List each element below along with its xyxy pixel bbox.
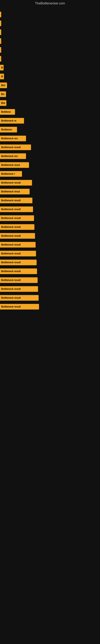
bar-row: Bottleneck result bbox=[0, 250, 100, 257]
bar-row: Bo bbox=[0, 90, 100, 98]
bottleneck-bar bbox=[0, 20, 1, 26]
bar-label: Bottleneck result bbox=[1, 261, 21, 264]
bottleneck-bar: Bottleneck res bbox=[0, 153, 26, 159]
bar-row bbox=[0, 28, 100, 36]
bar-label: Bottleneck res bbox=[1, 137, 18, 140]
bar-row: Bottlenec bbox=[0, 126, 100, 133]
bar-label: Bottleneck resul bbox=[1, 190, 20, 193]
bar-row: Bottleneck result bbox=[0, 268, 100, 275]
bar-row: Bottleneck res bbox=[0, 152, 100, 160]
bar-label: Bottleneck re bbox=[1, 119, 16, 122]
bottleneck-bar: Bottleneck r bbox=[0, 171, 22, 177]
bar-label: Bottleneck result bbox=[1, 208, 21, 211]
bar-row: Bottleneck result bbox=[0, 224, 100, 231]
bar-row: B bbox=[0, 64, 100, 71]
bottleneck-bar: B bbox=[0, 65, 3, 70]
bottleneck-bar: Bottleneck result bbox=[0, 251, 36, 256]
bar-row: Bottleneck result bbox=[0, 232, 100, 240]
bottleneck-bar bbox=[0, 38, 1, 44]
site-title: TheBottlenecker.com bbox=[0, 0, 100, 7]
bar-row: Bottleneck resul bbox=[0, 188, 100, 195]
bar-row bbox=[0, 46, 100, 54]
bar-label: B bbox=[1, 66, 3, 69]
bottleneck-bar: Bot bbox=[0, 82, 7, 88]
bar-label: Bottleneck result bbox=[1, 296, 21, 299]
bar-row bbox=[0, 11, 100, 18]
bottleneck-bar: Bo bbox=[0, 91, 6, 97]
bottleneck-bar bbox=[0, 12, 1, 17]
bottleneck-bar bbox=[0, 56, 1, 62]
bars-container: BBBotBoBotBottleneBottleneck reBottlenec… bbox=[0, 7, 100, 312]
bottleneck-bar: Bottleneck resul bbox=[0, 162, 29, 168]
site-title-text: TheBottlenecker.com bbox=[35, 2, 65, 5]
bottleneck-bar: B bbox=[0, 74, 4, 79]
bar-row bbox=[0, 55, 100, 62]
bar-row: Bottleneck result bbox=[0, 144, 100, 151]
bottleneck-bar: Bottleneck result bbox=[0, 206, 33, 212]
bar-row: Bottleneck result bbox=[0, 179, 100, 186]
bottleneck-bar: Bottleneck result bbox=[0, 242, 36, 248]
bar-label: B bbox=[1, 75, 3, 78]
bar-row: Bot bbox=[0, 100, 100, 107]
bar-label: Bottleneck result bbox=[1, 217, 21, 220]
bottleneck-bar: Bottleneck result bbox=[0, 286, 38, 292]
bar-label: Bottleneck result bbox=[1, 305, 21, 308]
bar-row: Bottlene bbox=[0, 108, 100, 116]
bar-row: Bottleneck result bbox=[0, 206, 100, 213]
bottleneck-bar: Bottleneck result bbox=[0, 304, 39, 310]
bottleneck-bar: Bottleneck result bbox=[0, 233, 35, 239]
bottleneck-bar: Bottleneck result bbox=[0, 224, 34, 230]
bottleneck-bar: Bottleneck result bbox=[0, 180, 32, 186]
bottleneck-bar: Bottleneck resul bbox=[0, 189, 30, 194]
bar-row: Bottleneck result bbox=[0, 259, 100, 266]
bar-row: Bottleneck result bbox=[0, 241, 100, 248]
bar-row: Bottleneck result bbox=[0, 294, 100, 302]
bottleneck-bar: Bottleneck result bbox=[0, 215, 34, 221]
bar-label: Bottleneck result bbox=[1, 288, 21, 290]
bar-label: Bottleneck res bbox=[1, 155, 18, 158]
bar-row: Bottleneck res bbox=[0, 135, 100, 142]
bottleneck-bar: Bottleneck result bbox=[0, 295, 39, 301]
bar-row: Bottleneck result bbox=[0, 285, 100, 292]
bar-row: Bottleneck result bbox=[0, 303, 100, 310]
bottleneck-bar: Bottleneck re bbox=[0, 118, 24, 124]
bar-label: Bot bbox=[1, 102, 5, 104]
bar-row bbox=[0, 38, 100, 45]
bottleneck-bar: Bottleneck result bbox=[0, 277, 38, 283]
bottleneck-bar: Bottleneck result bbox=[0, 268, 37, 274]
bar-label: Bottleneck result bbox=[1, 279, 21, 282]
bar-row: Bottleneck result bbox=[0, 276, 100, 284]
bar-label: Bottleneck result bbox=[1, 146, 21, 149]
bar-label: Bottleneck result bbox=[1, 181, 21, 184]
bottleneck-bar: Bottleneck result bbox=[0, 198, 32, 203]
bottleneck-bar bbox=[0, 47, 1, 53]
bar-label: Bottleneck result bbox=[1, 234, 21, 237]
bar-label: Bot bbox=[1, 84, 5, 87]
bar-row: Bottleneck resul bbox=[0, 162, 100, 169]
bottleneck-bar: Bottlene bbox=[0, 109, 15, 115]
bar-row: Bottleneck result bbox=[0, 197, 100, 204]
bar-row: Bottleneck re bbox=[0, 117, 100, 124]
bottleneck-bar: Bot bbox=[0, 100, 6, 106]
bottleneck-bar: Bottleneck res bbox=[0, 136, 26, 141]
bar-label: Bottleneck resul bbox=[1, 164, 20, 166]
bottleneck-bar: Bottleneck result bbox=[0, 260, 37, 265]
bar-label: Bottlene bbox=[1, 110, 11, 113]
bar-label: Bottleneck result bbox=[1, 252, 21, 255]
bar-row bbox=[0, 20, 100, 27]
bar-label: Bottleneck result bbox=[1, 243, 21, 246]
bar-label: Bottleneck r bbox=[1, 172, 15, 175]
bar-label: Bottleneck result bbox=[1, 226, 21, 228]
bar-label: Bottleneck result bbox=[1, 270, 21, 273]
bar-row: B bbox=[0, 73, 100, 80]
bar-label: Bottleneck result bbox=[1, 199, 21, 202]
bar-row: Bottleneck result bbox=[0, 214, 100, 222]
bar-label: Bo bbox=[1, 93, 4, 96]
bar-label: Bottlenec bbox=[1, 128, 12, 131]
bottleneck-bar bbox=[0, 30, 1, 35]
bottleneck-bar: Bottleneck result bbox=[0, 144, 31, 150]
bar-row: Bottleneck r bbox=[0, 170, 100, 178]
bottleneck-bar: Bottlenec bbox=[0, 127, 17, 132]
bar-row: Bot bbox=[0, 82, 100, 89]
